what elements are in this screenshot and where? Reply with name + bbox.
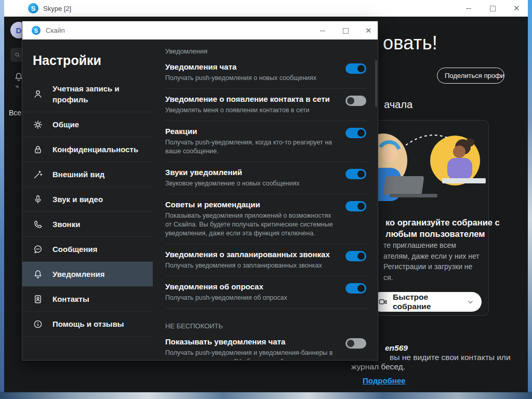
settings-heading: Настройки — [22, 39, 153, 76]
setting-title: Уведомления об опросах — [165, 282, 334, 292]
settings-dialog: S Скайп ✕ Настройки Учетная запись и про… — [22, 21, 378, 361]
settings-sidebar-list: Учетная запись и профильОбщиеКонфиденциа… — [22, 76, 153, 337]
username-text: en569 — [385, 343, 408, 353]
setting-desc: Получать уведомления о запланированных з… — [165, 261, 334, 270]
lock-icon — [33, 144, 44, 155]
sidebar-item-label: Сообщения — [52, 244, 97, 255]
setting-desc: Звуковое уведомление о новых сообщениях — [165, 179, 334, 188]
card-caption: ко организуйте собрание слюбым пользоват… — [385, 217, 500, 240]
setting-desc: Получать push-уведомления, когда кто-то … — [165, 138, 334, 156]
sidebar-item-contacts[interactable]: Контакты — [22, 287, 153, 312]
setting-toggle[interactable] — [345, 63, 366, 74]
meeting-illustration — [368, 126, 487, 216]
person-icon — [33, 89, 44, 99]
notification-setting-row: Советы и рекомендацииПоказывать уведомле… — [165, 194, 367, 244]
main-titlebar[interactable]: S Skype [2] ✕ — [4, 0, 528, 17]
setting-title: Уведомления о запланированных звонках — [165, 249, 334, 260]
sidebar-item-label: Уведомления — [52, 269, 104, 280]
sidebar-item-label: Общие — [52, 119, 79, 130]
notification-groups: УведомленияУведомления чатаПолучать push… — [165, 47, 367, 360]
mic-icon — [33, 194, 44, 205]
card-caption-line: ко организуйте собрание с — [385, 217, 500, 228]
invite-text: те приглашение всемателям, даже если у н… — [383, 240, 480, 283]
notice-text-line2: журнал бесед. — [351, 362, 405, 371]
sidebar-item-messaging[interactable]: Сообщения — [22, 237, 153, 262]
setting-desc: Получать push-уведомления о новых сообще… — [165, 74, 334, 83]
share-profile-button[interactable]: Поделиться профилем — [437, 68, 504, 84]
welcome-heading: овать! — [383, 32, 437, 54]
toggle-knob — [357, 252, 365, 260]
setting-desc: Показывать уведомления приложений о возм… — [165, 211, 334, 238]
chevron-down-icon — [467, 298, 474, 306]
maximize-button[interactable] — [489, 5, 496, 11]
sidebar-item-label: Конфиденциальность — [52, 144, 138, 155]
dialog-maximize-button[interactable] — [342, 28, 349, 34]
wand-icon — [33, 169, 44, 180]
settings-content: УведомленияУведомления чатаПолучать push… — [153, 39, 378, 360]
setting-title: Звуки уведомлений — [165, 167, 334, 178]
phone-icon — [33, 219, 44, 230]
toggle-knob — [357, 65, 365, 72]
settings-group-header: НЕ БЕСПОКОИТЬ — [165, 322, 367, 331]
contacts-icon — [33, 294, 44, 304]
notification-setting-row: Уведомления о запланированных звонкахПол… — [165, 244, 367, 276]
setting-toggle[interactable] — [345, 201, 366, 211]
sidebar-item-notifications[interactable]: Уведомления — [22, 262, 153, 287]
main-window-title: Skype [2] — [43, 5, 71, 12]
desktop-wallpaper-right — [528, 0, 532, 399]
quick-meeting-label: Быстрое собрание — [393, 292, 467, 311]
setting-desc: Уведомлять меня о появлении контактов в … — [165, 106, 334, 115]
settings-group-header: Уведомления — [165, 47, 367, 57]
dialog-titlebar[interactable]: S Скайп ✕ — [22, 21, 378, 39]
setting-title: Показывать уведомления чата — [165, 337, 334, 347]
info-icon — [33, 319, 44, 329]
quick-meeting-button[interactable]: Быстрое собрание — [371, 292, 482, 312]
sidebar-item-label: Помощь и отзывы — [52, 318, 124, 329]
video-camera-icon — [378, 297, 388, 307]
conversation-filter-label[interactable]: Все — [9, 109, 21, 117]
setting-desc: Получать push-уведомления и уведомления-… — [165, 349, 334, 360]
sidebar-item-audio-video[interactable]: Звук и видео — [22, 187, 153, 212]
setting-title: Уведомление о появление контакта в сети — [165, 94, 334, 104]
notification-setting-row: Уведомления об опросахПолучать push-увед… — [165, 276, 367, 309]
setting-toggle[interactable] — [345, 96, 366, 106]
chat-icon — [33, 244, 44, 255]
toggle-knob — [357, 203, 365, 210]
dialog-title: Скайп — [46, 26, 65, 34]
close-button[interactable]: ✕ — [513, 5, 520, 11]
setting-toggle[interactable] — [345, 338, 366, 349]
toggle-knob — [357, 285, 365, 292]
sidebar-item-appearance[interactable]: Внешний вид — [22, 162, 153, 187]
dialog-close-button[interactable]: ✕ — [365, 28, 371, 34]
scrollbar-thumb[interactable] — [375, 60, 377, 107]
desktop-wallpaper-bottom — [0, 392, 532, 399]
sidebar-item-label: Звук и видео — [52, 194, 103, 205]
invite-text-line: ателям, даже если у них нет — [383, 251, 480, 262]
notification-setting-row: Уведомления чатаПолучать push-уведомлени… — [165, 57, 367, 89]
sidebar-item-general[interactable]: Общие — [22, 112, 153, 137]
sidebar-item-privacy[interactable]: Конфиденциальность — [22, 137, 153, 162]
card-caption-line: любым пользователем — [385, 228, 500, 240]
minimize-button[interactable] — [466, 5, 472, 11]
sidebar-item-calls[interactable]: Звонки — [22, 212, 153, 237]
sidebar-item-help[interactable]: Помощь и отзывы — [22, 312, 153, 337]
setting-toggle[interactable] — [345, 283, 366, 294]
toggle-knob — [347, 340, 354, 347]
sidebar-item-label: Учетная запись и профиль — [52, 83, 150, 105]
setting-toggle[interactable] — [345, 128, 366, 138]
toggle-knob — [357, 170, 365, 178]
toggle-knob — [357, 129, 365, 137]
bell-icon — [33, 269, 44, 280]
dialog-minimize-button[interactable] — [320, 28, 326, 34]
notification-setting-row: Показывать уведомления чатаПолучать push… — [165, 331, 367, 360]
sidebar-item-label: Внешний вид — [52, 169, 104, 180]
setting-toggle[interactable] — [345, 169, 366, 179]
learn-more-link[interactable]: Подробнее — [363, 376, 406, 385]
gear-icon — [33, 119, 44, 130]
sidebar-item-label: Контакты — [52, 294, 89, 304]
sidebar-item-account[interactable]: Учетная запись и профиль — [22, 76, 153, 112]
settings-sidebar: Настройки Учетная запись и профильОбщиеК… — [22, 39, 153, 360]
sidebar-item-label: Звонки — [52, 219, 80, 230]
setting-toggle[interactable] — [345, 251, 366, 261]
notification-setting-row: Уведомление о появление контакта в сетиУ… — [165, 89, 367, 121]
